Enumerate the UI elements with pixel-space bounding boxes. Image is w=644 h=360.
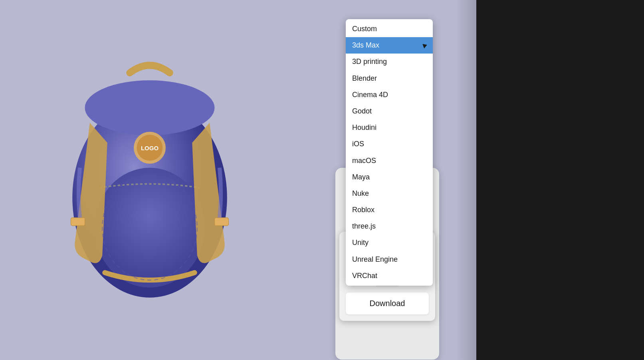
svg-point-1 — [95, 167, 205, 287]
dropdown-item[interactable]: 3D printing — [346, 54, 433, 70]
dropdown-item[interactable]: Unity — [346, 235, 433, 251]
dropdown-item[interactable]: iOS — [346, 136, 433, 152]
svg-rect-4 — [215, 217, 229, 225]
svg-text:LOGO: LOGO — [141, 145, 159, 151]
svg-rect-3 — [71, 217, 85, 225]
dropdown-item[interactable]: Godot — [346, 103, 433, 119]
dropdown-item[interactable]: Houdini — [346, 119, 433, 136]
dropdown-item[interactable]: VRChat — [346, 268, 433, 284]
dropdown-item[interactable]: Maya — [346, 169, 433, 185]
dropdown-item[interactable]: Blender — [346, 70, 433, 87]
dropdown-item[interactable]: Custom — [346, 21, 433, 37]
dropdown-item[interactable]: Unreal Engine — [346, 251, 433, 268]
backpack-image: LOGO — [0, 0, 299, 360]
dropdown-item[interactable]: Nuke — [346, 185, 433, 202]
dropdown-item[interactable]: Cinema 4D — [346, 87, 433, 103]
download-button[interactable]: Download — [346, 292, 429, 314]
dropdown-panel: Custom3ds Max3D printingBlenderCinema 4D… — [346, 19, 433, 286]
right-background — [476, 0, 644, 360]
dropdown-item[interactable]: Roblox — [346, 202, 433, 218]
dropdown-item[interactable]: three.js — [346, 218, 433, 235]
svg-point-2 — [85, 80, 215, 135]
dropdown-item[interactable]: 3ds Max — [346, 37, 433, 54]
dropdown-list: Custom3ds Max3D printingBlenderCinema 4D… — [346, 19, 433, 286]
dropdown-item[interactable]: macOS — [346, 153, 433, 169]
panel-divider — [456, 0, 476, 360]
